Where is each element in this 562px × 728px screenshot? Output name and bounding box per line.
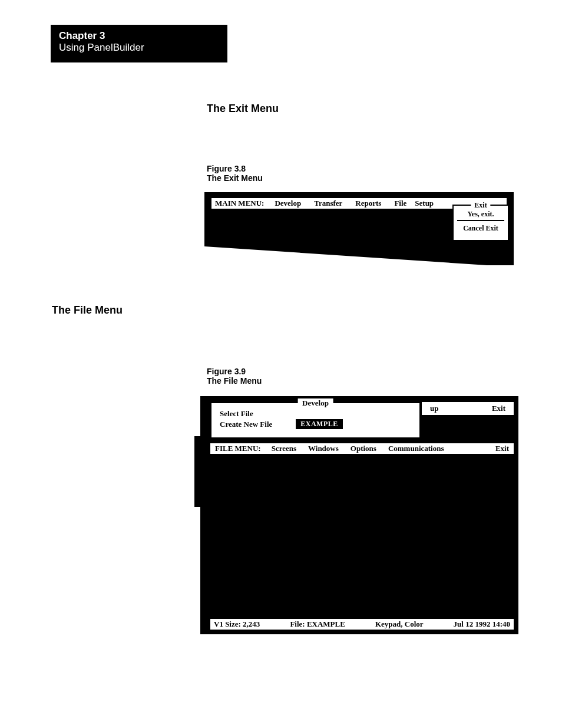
figure-title-3-8: The Exit Menu — [207, 173, 263, 183]
top-right-strip: up Exit — [422, 402, 514, 415]
section-heading-file: The File Menu — [52, 304, 123, 317]
document-page: Chapter 3 Using PanelBuilder The Exit Me… — [0, 0, 562, 728]
figure-caption-3-9: Figure 3.9 The File Menu — [207, 367, 262, 386]
status-mode: Keypad, Color — [375, 620, 424, 629]
develop-select-file[interactable]: Select File — [220, 409, 411, 419]
chapter-header-block: Chapter 3 Using PanelBuilder — [51, 25, 227, 62]
exit-popup-cancel[interactable]: Cancel Exit — [454, 221, 508, 232]
file-menu-item-windows[interactable]: Windows — [308, 444, 339, 453]
menu-item-setup[interactable]: Setup — [415, 199, 434, 208]
file-menu-screenshot: Develop Select File Create New File EXAM… — [200, 396, 518, 634]
file-menu-item-communications[interactable]: Communications — [388, 444, 444, 453]
top-right-exit[interactable]: Exit — [492, 404, 505, 413]
file-menu-item-screens[interactable]: Screens — [272, 444, 296, 453]
menu-item-reports[interactable]: Reports — [355, 199, 381, 208]
develop-create-new-file[interactable]: Create New File — [220, 420, 272, 429]
figure-number-3-8: Figure 3.8 — [207, 164, 263, 173]
menu-item-transfer[interactable]: Transfer — [314, 199, 342, 208]
figure-title-3-9: The File Menu — [207, 376, 262, 386]
chapter-subtitle: Using PanelBuilder — [59, 42, 219, 54]
file-menu-item-exit[interactable]: Exit — [495, 444, 509, 453]
exit-popup-legend: Exit — [471, 201, 490, 210]
figure-number-3-9: Figure 3.9 — [207, 367, 262, 376]
status-datetime: Jul 12 1992 14:40 — [454, 620, 510, 629]
develop-panel-legend: Develop — [297, 398, 333, 408]
file-menu-bar: FILE MENU: Screens Windows Options Commu… — [210, 443, 514, 454]
exit-figure-torn-edge — [204, 246, 514, 267]
develop-example-value: EXAMPLE — [296, 419, 343, 429]
exit-popup: Exit Yes, exit. Cancel Exit — [452, 205, 509, 241]
status-file: File: EXAMPLE — [290, 620, 345, 629]
develop-panel: Develop Select File Create New File EXAM… — [210, 402, 421, 439]
section-heading-exit: The Exit Menu — [207, 103, 279, 115]
file-menu-item-options[interactable]: Options — [351, 444, 376, 453]
file-menu-label: FILE MENU: — [215, 444, 261, 453]
figure-caption-3-8: Figure 3.8 The Exit Menu — [207, 164, 263, 183]
status-size: V1 Size: 2,243 — [214, 620, 260, 629]
menu-item-file[interactable]: File — [394, 199, 406, 208]
status-bar: V1 Size: 2,243 File: EXAMPLE Keypad, Col… — [210, 619, 514, 630]
top-right-up-fragment: up — [430, 404, 438, 413]
main-menu-label: MAIN MENU: — [215, 199, 264, 208]
menu-item-develop[interactable]: Develop — [275, 199, 301, 208]
chapter-number: Chapter 3 — [59, 31, 219, 42]
